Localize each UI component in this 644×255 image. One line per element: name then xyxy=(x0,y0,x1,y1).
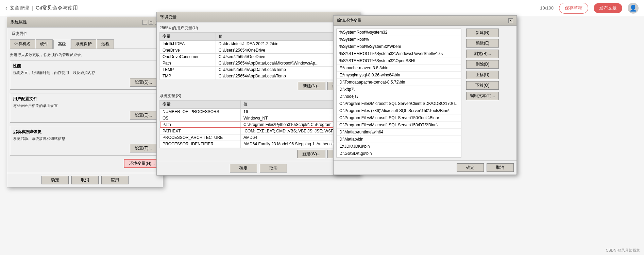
sys-var-name: PROCESSOR_ARCHITECTURE xyxy=(160,134,241,141)
user-vars-table: 变量 值 IntelliJ IDEAD:\Idea\IntelliJ IDEA … xyxy=(159,32,357,80)
edit-env-path-item[interactable]: E:\JDK\JDK8\bin xyxy=(337,143,461,150)
edit-env-new-button[interactable]: 新建(N) xyxy=(466,29,498,37)
sys-vars-new-button[interactable]: 新建(W)... xyxy=(297,150,325,158)
edit-env-list-wrap[interactable]: %SystemRoot%\system32%SystemRoot%%System… xyxy=(336,29,461,158)
performance-section: 性能 视觉效果，处理器计划，内存使用，以及虚拟内存 设置(S)... xyxy=(10,60,160,90)
edit-env-path-item[interactable]: E:\mysql\mysql-8.0.26-winx64\bin xyxy=(337,72,461,79)
sys-var-name: PROCESSOR_LEVEL xyxy=(160,147,241,148)
edit-env-down-button[interactable]: 下移(O) xyxy=(466,81,498,90)
sys-vars-table-wrap[interactable]: 变量 值 NUMBER_OF_PROCESSORS16OSWindows_NTP… xyxy=(159,100,357,148)
env-dialog: 环境变量 ✕ 25654 的用户变量(U) 变量 值 IntelliJ IDEA… xyxy=(156,12,360,176)
env-ok-button[interactable]: 确定 xyxy=(230,164,257,172)
user-vars-table-wrap[interactable]: 变量 值 IntelliJ IDEAD:\Idea\IntelliJ IDEA … xyxy=(159,32,357,80)
tab-advanced[interactable]: 高级 xyxy=(53,40,70,49)
sysprop-dialog: 系统属性 _ □ ✕ 系统属性 计算机名 硬件 高级 系统保护 远程 要进行大多… xyxy=(7,17,163,187)
page-count: 10/100 xyxy=(540,5,554,11)
sys-vars-title: 系统变量(S) xyxy=(159,93,357,99)
sys-var-row[interactable]: PROCESSOR_IDENTIFIERAMD64 Family 23 Mode… xyxy=(160,141,357,147)
admin-note: 要进行大多数更改，你必须作为管理员登录。 xyxy=(10,52,160,57)
edit-env-path-item[interactable]: D:\Matlab\bin xyxy=(337,136,461,143)
publish-button[interactable]: 发布文章 xyxy=(594,3,622,13)
sys-var-row[interactable]: NUMBER_OF_PROCESSORS16 xyxy=(160,109,357,115)
edit-env-ok-button[interactable]: 确定 xyxy=(457,163,484,172)
edit-env-path-item[interactable]: D:\Go\SDK\go\bin xyxy=(337,150,461,157)
user-profiles-settings-button[interactable]: 设置(E)... xyxy=(130,111,157,120)
edit-env-path-item[interactable]: %SystemRoot% xyxy=(337,36,461,43)
sysprop-minimize-button[interactable]: _ xyxy=(142,20,147,25)
env-footer: 确定 取消 xyxy=(157,161,360,175)
performance-settings-button[interactable]: 设置(S)... xyxy=(130,78,157,87)
user-var-row[interactable]: PathC:\Users\25654\AppData\Local\Microso… xyxy=(160,60,357,67)
user-var-row[interactable]: TMPC:\Users\25654\AppData\Local\Temp xyxy=(160,73,357,79)
edit-env-path-item[interactable]: %SystemRoot%\System32\Wbem xyxy=(337,43,461,50)
edit-env-up-button[interactable]: 上移(U) xyxy=(466,71,498,79)
user-var-row[interactable]: IntelliJ IDEAD:\Idea\IntelliJ IDEA 2021.… xyxy=(160,41,357,47)
edit-env-path-item[interactable]: D:\Tomcat\apache-tomcat-8.5.72\bin xyxy=(337,79,461,86)
tab-computer-name[interactable]: 计算机名 xyxy=(10,39,35,49)
sys-var-row[interactable]: PROCESSOR_LEVEL23 xyxy=(160,147,357,148)
edit-env-path-item[interactable]: C:\Program Files\Microsoft SQL Server\Cl… xyxy=(337,100,461,107)
edit-env-edit-button[interactable]: 编辑(E) xyxy=(466,39,498,48)
user-var-name: OneDriveConsumer xyxy=(160,54,216,60)
edit-env-path-item[interactable]: C:\Program Files\Microsoft SQL Server\15… xyxy=(337,114,461,122)
user-vars-new-button[interactable]: 新建(N)... xyxy=(298,82,325,90)
edit-env-dialog: 编辑环境变量 ✕ %SystemRoot%\system32%SystemRoo… xyxy=(333,15,517,175)
edit-env-path-item[interactable]: %SYSTEMROOT%\System32\WindowsPowerShell\… xyxy=(337,50,461,57)
tab-hardware[interactable]: 硬件 xyxy=(36,39,53,49)
user-profiles-desc: 与登录帐户相关的桌面设置 xyxy=(13,103,157,108)
user-var-row[interactable]: WebStormD:\SoftwareDevelopment\Web\WebSt… xyxy=(160,79,357,80)
avatar[interactable]: 👤 xyxy=(628,3,639,14)
sys-var-name: OS xyxy=(160,115,241,122)
breadcrumb-article-mgmt[interactable]: 文章管理 xyxy=(10,5,29,11)
edit-env-path-item[interactable]: %SYSTEMROOT%\System32\OpenSSH\ xyxy=(337,57,461,65)
edit-env-cancel-button[interactable]: 取消 xyxy=(487,163,514,172)
user-var-name: IntelliJ IDEA xyxy=(160,41,216,47)
user-var-row[interactable]: OneDriveC:\Users\25654\OneDrive xyxy=(160,47,357,54)
sys-var-name: Path xyxy=(160,122,241,128)
user-var-name: Path xyxy=(160,60,216,67)
user-var-name: TEMP xyxy=(160,67,216,73)
user-var-row[interactable]: TEMPC:\Users\25654\AppData\Local\Temp xyxy=(160,67,357,73)
sys-var-row[interactable]: PROCESSOR_ARCHITECTUREAMD64 xyxy=(160,134,357,141)
user-var-name: WebStorm xyxy=(160,79,216,80)
user-vars-col-var: 变量 xyxy=(160,33,216,41)
startup-recovery-settings-button[interactable]: 设置(T)... xyxy=(130,144,157,152)
edit-env-path-item[interactable]: %SystemRoot%\system32 xyxy=(337,29,461,36)
save-draft-button[interactable]: 保存草稿 xyxy=(559,3,588,14)
edit-env-delete-button[interactable]: 删除(D) xyxy=(466,60,498,69)
edit-env-path-item[interactable]: D:\Matlab\runtime\win64 xyxy=(337,129,461,136)
sysprop-apply-button[interactable]: 应用 xyxy=(101,176,129,184)
env-variables-button[interactable]: 环境变量(N)... xyxy=(124,159,160,168)
user-var-name: OneDrive xyxy=(160,47,216,54)
tab-system-protection[interactable]: 系统保护 xyxy=(71,39,96,49)
user-var-row[interactable]: OneDriveConsumerC:\Users\25654\OneDrive xyxy=(160,54,357,60)
edit-env-path-item[interactable]: C:\Program Files\Microsoft SQL Server\15… xyxy=(337,122,461,129)
startup-recovery-desc: 系统启动、系统故障和调试信息 xyxy=(13,136,157,141)
back-arrow-icon[interactable]: ‹ xyxy=(5,5,7,11)
env-cancel-button[interactable]: 取消 xyxy=(260,164,287,172)
sys-var-name: PATHEXT xyxy=(160,128,241,134)
sysprop-title-bar: 系统属性 _ □ ✕ xyxy=(7,17,163,28)
edit-env-path-item[interactable]: E:\apache-maven-3.8.3\bin xyxy=(337,65,461,72)
edit-env-title: 编辑环境变量 xyxy=(337,18,361,23)
sys-var-row[interactable]: OSWindows_NT xyxy=(160,115,357,122)
sysprop-ok-button[interactable]: 确定 xyxy=(41,176,69,184)
tab-remote[interactable]: 远程 xyxy=(97,39,114,49)
sysprop-system-label: 系统属性 xyxy=(10,30,160,37)
top-bar-right: 10/100 保存草稿 发布文章 👤 xyxy=(540,3,639,14)
user-var-name: TMP xyxy=(160,73,216,79)
edit-env-close-button[interactable]: ✕ xyxy=(508,18,513,23)
sys-vars-btn-row: 新建(W)... 编辑(I)... xyxy=(162,150,355,158)
edit-env-path-item[interactable]: D:\nodejs\ xyxy=(337,93,461,100)
edit-env-edit-text-button[interactable]: 编辑文本(T)... xyxy=(466,92,498,100)
sysprop-maximize-button[interactable]: □ xyxy=(149,20,153,25)
edit-env-path-item[interactable]: C:\Program Files (x86)\Microsoft SQL Ser… xyxy=(337,107,461,114)
edit-env-title-bar: 编辑环境变量 ✕ xyxy=(334,16,516,26)
sys-var-row[interactable]: PathC:\Program Files\Python310\Scripts\;… xyxy=(160,122,357,128)
edit-env-browse-button[interactable]: 浏览(B)... xyxy=(466,50,498,58)
sysprop-cancel-button[interactable]: 取消 xyxy=(71,176,99,184)
sys-var-name: NUMBER_OF_PROCESSORS xyxy=(160,109,241,115)
edit-env-path-item[interactable]: D:\xftp7\ xyxy=(337,86,461,93)
sys-var-row[interactable]: PATHEXT.COM;.EXE;.BAT;.CMD;.VBS;.VBE;JS;… xyxy=(160,128,357,134)
edit-env-path-item[interactable]: C:\Program Files\dotnet\ xyxy=(337,157,461,158)
